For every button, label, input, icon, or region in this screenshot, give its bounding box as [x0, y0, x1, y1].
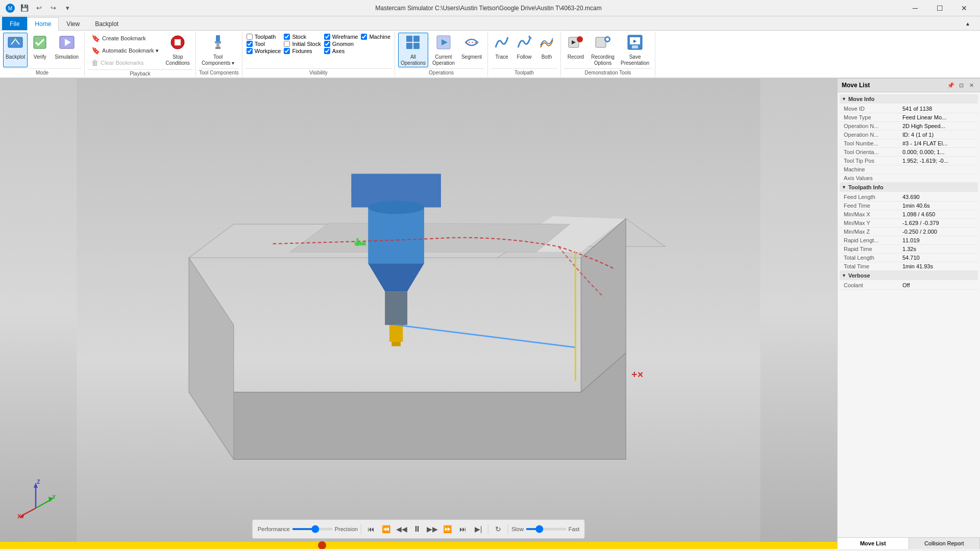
progress-bar[interactable] — [0, 542, 837, 549]
step-custom-btn[interactable]: ▶| — [472, 522, 485, 536]
backplot-label: Backplot — [6, 54, 25, 60]
cb-fixtures[interactable]: Fixtures — [284, 48, 321, 54]
axes-checkbox[interactable] — [324, 48, 330, 54]
undo-quick-btn[interactable]: ↩ — [33, 2, 45, 14]
close-button[interactable]: ✕ — [952, 0, 976, 16]
toolpath-info-section-header[interactable]: ▼ Toolpath Info — [840, 183, 978, 192]
info-row-op-name: Operation N... 2D High Speed... — [840, 122, 978, 131]
follow-btn[interactable]: Follow — [513, 33, 535, 67]
verify-icon — [32, 34, 48, 53]
tab-view[interactable]: View — [59, 17, 87, 30]
trace-btn[interactable]: Trace — [491, 33, 512, 67]
cb-stock[interactable]: Stock — [284, 34, 321, 40]
performance-slider[interactable] — [292, 528, 333, 530]
panel-pin-btn[interactable]: 📌 — [946, 81, 955, 90]
verbose-section-header[interactable]: ▼ Verbose — [840, 271, 978, 280]
recording-options-btn[interactable]: RecordingOptions — [589, 33, 617, 67]
svg-text:Y: Y — [52, 494, 56, 500]
tool-number-value: #3 - 1/4 FLAT El... — [902, 140, 974, 146]
record-label: Record — [568, 54, 584, 60]
tab-home[interactable]: Home — [27, 17, 59, 31]
visibility-checkboxes-col1: Toolpath Tool Workpiece — [246, 33, 282, 55]
rewind-start-btn[interactable]: ⏮ — [364, 522, 378, 536]
wireframe-checkbox[interactable] — [324, 34, 330, 40]
create-bookmark-btn[interactable]: 🔖 Create Bookmark — [88, 33, 162, 44]
clear-bookmarks-btn[interactable]: 🗑 Clear Bookmarks — [88, 57, 162, 68]
all-operations-btn[interactable]: AllOperations — [398, 33, 428, 67]
ribbon-collapse-btn[interactable]: ▲ — [958, 17, 978, 30]
cb-gnomon[interactable]: Gnomon — [324, 41, 358, 47]
simulation-btn[interactable]: Simulation — [52, 33, 81, 67]
cb-initial-stock[interactable]: Initial Stock — [284, 41, 321, 47]
svg-rect-53 — [355, 242, 366, 246]
info-row-coolant: Coolant Off — [840, 281, 978, 290]
tab-file[interactable]: File — [2, 17, 27, 30]
visibility-checkboxes-col2: Stock Initial Stock Fixtures — [283, 33, 322, 55]
step-forward-op-btn[interactable]: ⏩ — [441, 522, 454, 536]
step-forward-end-btn[interactable]: ⏭ — [456, 522, 470, 536]
minimize-button[interactable]: ─ — [903, 0, 927, 16]
svg-point-22 — [577, 36, 583, 42]
tool-components-label: ToolComponents ▾ — [202, 54, 234, 66]
tab-backplot[interactable]: Backplot — [87, 17, 126, 30]
current-operation-label: CurrentOperation — [432, 54, 455, 66]
verify-btn[interactable]: Verify — [29, 33, 51, 67]
fast-label: Fast — [569, 526, 579, 532]
tab-collision-report[interactable]: Collision Report — [909, 538, 981, 549]
save-quick-btn[interactable]: 💾 — [18, 2, 31, 14]
move-info-section-header[interactable]: ▼ Move Info — [840, 94, 978, 104]
machine-value — [902, 166, 974, 172]
bookmark-icon: 🔖 — [91, 34, 100, 42]
tab-move-list[interactable]: Move List — [838, 538, 909, 549]
cb-toolpath[interactable]: Toolpath — [247, 34, 281, 40]
stop-conditions-btn[interactable]: StopConditions — [163, 33, 192, 67]
tool-checkbox[interactable] — [247, 41, 253, 47]
cb-wireframe[interactable]: Wireframe — [324, 34, 358, 40]
rotate-btn[interactable]: ↻ — [492, 522, 505, 536]
viewport[interactable]: +× Z Y X Performance — [0, 79, 837, 549]
step-forward-btn[interactable]: ▶▶ — [426, 522, 439, 536]
panel-header: Move List 📌 ⊡ ✕ — [838, 79, 980, 92]
speed-slider[interactable] — [526, 528, 567, 530]
gnomon-checkbox[interactable] — [324, 41, 330, 47]
precision-label: Precision — [335, 526, 358, 532]
fixtures-checkbox[interactable] — [284, 48, 290, 54]
pause-btn[interactable]: ⏸ — [410, 522, 424, 536]
progress-knob[interactable] — [318, 541, 326, 549]
panel-close-btn[interactable]: ✕ — [967, 81, 976, 90]
window-title: Mastercam Simulator C:\Users\Austin Tiet… — [74, 5, 903, 12]
backplot-btn[interactable]: Backplot — [3, 33, 28, 67]
tool-components-btn[interactable]: ToolComponents ▾ — [199, 33, 237, 67]
segment-btn[interactable]: Segment — [459, 33, 484, 67]
minmax-x-value: 1.098 / 4.650 — [902, 211, 974, 217]
op-name-label: Operation N... — [844, 123, 902, 129]
redo-quick-btn[interactable]: ↪ — [47, 2, 59, 14]
step-back-btn[interactable]: ◀◀ — [395, 522, 408, 536]
svg-point-26 — [606, 38, 609, 41]
auto-bookmark-btn[interactable]: 🔖 Automatic Bookmark ▾ — [88, 45, 162, 56]
verbose-section-label: Verbose — [848, 272, 870, 279]
stock-checkbox[interactable] — [284, 34, 290, 40]
svg-rect-35 — [77, 79, 760, 549]
initial-stock-checkbox[interactable] — [284, 41, 290, 47]
workpiece-checkbox[interactable] — [247, 48, 253, 54]
step-back-op-btn[interactable]: ⏪ — [380, 522, 393, 536]
axis-values-label: Axis Values — [844, 175, 902, 181]
both-btn[interactable]: Both — [536, 33, 557, 67]
cb-axes[interactable]: Axes — [324, 48, 358, 54]
customize-quick-btn[interactable]: ▾ — [61, 2, 74, 14]
app-logo: M — [4, 2, 16, 14]
toolpath-checkbox[interactable] — [247, 34, 253, 40]
titlebar: M 💾 ↩ ↪ ▾ Mastercam Simulator C:\Users\A… — [0, 0, 980, 16]
cb-machine[interactable]: Machine — [361, 34, 390, 40]
panel-float-btn[interactable]: ⊡ — [957, 81, 966, 90]
record-btn[interactable]: Record — [564, 33, 587, 67]
machine-checkbox[interactable] — [361, 34, 367, 40]
current-operation-btn[interactable]: CurrentOperation — [429, 33, 458, 67]
maximize-button[interactable]: ☐ — [928, 0, 951, 16]
cb-workpiece[interactable]: Workpiece — [247, 48, 281, 54]
verbose-caret: ▼ — [842, 273, 846, 278]
cb-tool[interactable]: Tool — [247, 41, 281, 47]
save-presentation-btn[interactable]: ▶ SavePresentation — [618, 33, 652, 67]
svg-rect-24 — [596, 37, 606, 47]
